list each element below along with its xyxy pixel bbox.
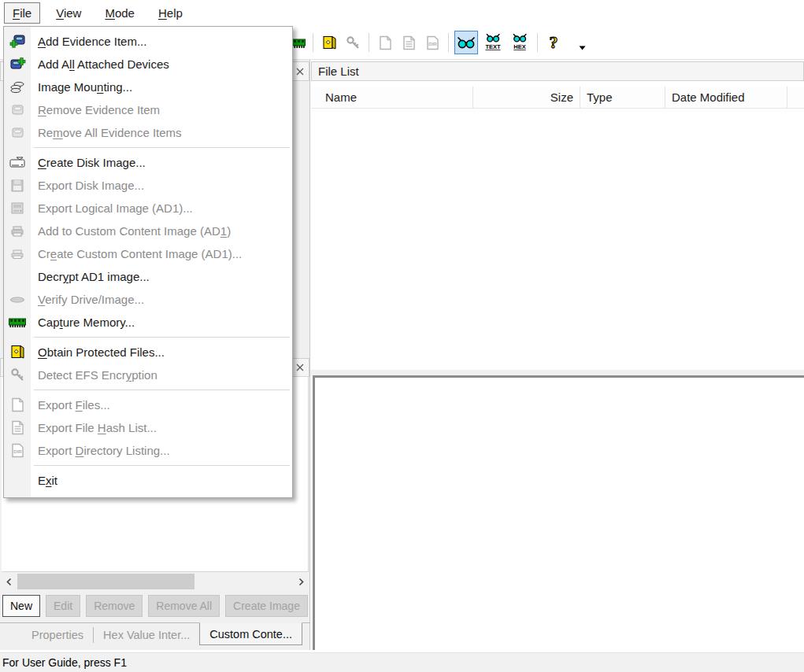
menu-item-label: Remove All Evidence Items [38,126,182,139]
horizontal-scrollbar[interactable] [2,572,308,591]
menu-item-label: Export Files... [38,398,110,412]
svg-text:DIR: DIR [428,41,437,46]
ftk-imager-window: FileViewModeHelp DIRTEXTHEX? File List N… [0,0,804,672]
menu-item-decrypt-ad1-image[interactable]: Decrypt AD1 image... [4,265,292,288]
menu-item-add-to-custom-content-image-ad1[interactable]: Add to Custom Content Image (AD1) [4,220,292,242]
toolbar-overflow-button[interactable] [572,38,592,58]
export-file-hash-icon [4,416,31,439]
file-list-column-headers: NameSizeTypeDate Modified [311,87,804,109]
help-button[interactable]: ? [543,32,564,53]
column-header-name[interactable]: Name [311,87,473,108]
tab-properties[interactable]: Properties [22,623,93,641]
detect-efs-button[interactable] [343,32,363,53]
custom-content-buttons: NewEditRemoveRemove AllCreate Image [2,595,308,617]
menubar-item-file[interactable]: File [4,2,40,24]
auto-view-button[interactable] [454,31,478,54]
file-list-body [311,109,804,370]
menu-item-create-disk-image[interactable]: Create Disk Image... [4,151,292,174]
export-directory-listing-button[interactable]: DIR [422,32,443,53]
remove-button[interactable]: Remove [86,595,143,617]
column-header-filler [787,87,804,108]
menu-separator [34,147,290,148]
menu-item-export-disk-image[interactable]: Export Disk Image... [4,174,292,197]
file-list-panel-title: File List [312,65,359,78]
menubar-item-view[interactable]: View [48,3,89,23]
add-evidence-icon [4,30,31,53]
menu-item-image-mounting[interactable]: Image Mounting... [4,76,292,98]
text-view-button[interactable]: TEXT [481,32,505,53]
menu-item-label: Verify Drive/Image... [38,293,144,306]
tab-hex-value-inter[interactable]: Hex Value Inter... [94,623,199,641]
add-all-devices-icon [4,53,31,76]
menu-item-verify-drive-image[interactable]: Verify Drive/Image... [4,288,292,311]
obtain-protected-files-button[interactable] [319,32,339,53]
menu-item-export-file-hash-list[interactable]: Export File Hash List... [4,416,292,439]
menu-item-capture-memory[interactable]: Capture Memory... [4,311,292,334]
glasses-icon [456,36,476,50]
scrollbar-thumb[interactable] [17,574,195,589]
menu-item-obtain-protected-files[interactable]: Obtain Protected Files... [4,341,292,364]
close-icon[interactable] [295,67,305,76]
menu-item-label: Export Directory Listing... [38,444,170,457]
detect-efs-icon [346,35,361,50]
export-files-icon [4,393,31,416]
file-menu-popup: Add Evidence Item...Add All Attached Dev… [3,26,293,498]
hex-view-button[interactable]: HEX [508,32,532,53]
glasses-text-icon: TEXT [482,33,504,52]
status-text: For User Guide, press F1 [2,656,127,669]
menu-item-label: Decrypt AD1 image... [38,270,150,283]
remove-all-button[interactable]: Remove All [148,595,220,617]
new-button[interactable]: New [2,595,40,617]
menu-item-add-evidence-item[interactable]: Add Evidence Item... [4,30,292,53]
menu-item-export-files[interactable]: Export Files... [4,393,292,416]
capture-memory-icon [4,311,31,334]
menu-item-label: Create Disk Image... [38,156,146,169]
column-header-type[interactable]: Type [580,87,665,108]
menu-item-exit[interactable]: Exit [4,469,292,492]
menu-item-label: Add All Attached Devices [38,57,169,71]
menu-item-export-directory-listing[interactable]: DIRExport Directory Listing... [4,439,292,462]
scroll-left-icon[interactable] [2,572,16,591]
export-file-hash-icon [402,35,417,50]
column-header-date-modified[interactable]: Date Modified [665,87,787,108]
menu-separator [34,465,290,466]
menu-item-remove-all-evidence-items[interactable]: Remove All Evidence Items [4,121,292,144]
scroll-right-icon[interactable] [294,572,308,591]
no-icon [4,469,31,492]
svg-text:HEX: HEX [513,43,525,50]
menu-item-detect-efs-encryption[interactable]: Detect EFS Encryption [4,364,292,386]
obtain-protected-files-icon [4,341,31,364]
menu-item-export-logical-image-ad1[interactable]: Export Logical Image (AD1)... [4,197,292,220]
remove-evidence-icon [4,98,31,121]
menu-separator [34,337,290,338]
menu-item-label: Create Custom Content Image (AD1)... [38,247,242,260]
menu-item-create-custom-content-image-ad1[interactable]: Create Custom Content Image (AD1)... [4,242,292,265]
export-logical-image-icon [4,197,31,220]
tab-custom-conte[interactable]: Custom Conte... [199,622,302,645]
create-image-button[interactable]: Create Image [225,595,308,617]
menubar-item-mode[interactable]: Mode [97,3,143,23]
menu-item-label: Image Mounting... [38,80,132,94]
file-list-panel-header: File List [311,61,804,81]
menu-item-label: Exit [38,474,57,487]
svg-text:DIR: DIR [13,449,22,454]
menu-bar: FileViewModeHelp [0,0,804,26]
menu-item-label: Obtain Protected Files... [38,345,165,359]
export-file-hash-button[interactable] [398,32,419,53]
column-header-size[interactable]: Size [473,87,580,108]
export-files-icon [378,35,393,50]
scrollbar-track[interactable] [16,572,294,591]
verify-drive-icon [4,288,31,311]
caret-down-icon [579,46,586,50]
menu-item-remove-evidence-item[interactable]: Remove Evidence Item [4,98,292,121]
no-icon [4,265,31,288]
menu-item-add-all-attached-devices[interactable]: Add All Attached Devices [4,53,292,76]
close-icon[interactable] [295,363,305,372]
export-files-button[interactable] [375,32,395,53]
bottom-tab-bar: PropertiesHex Value Inter...Custom Conte… [0,622,310,650]
toolbar-separator [369,33,369,52]
toolbar-separator [537,33,538,52]
toolbar-separator [448,33,449,52]
edit-button[interactable]: Edit [46,595,80,617]
menubar-item-help[interactable]: Help [150,3,191,23]
